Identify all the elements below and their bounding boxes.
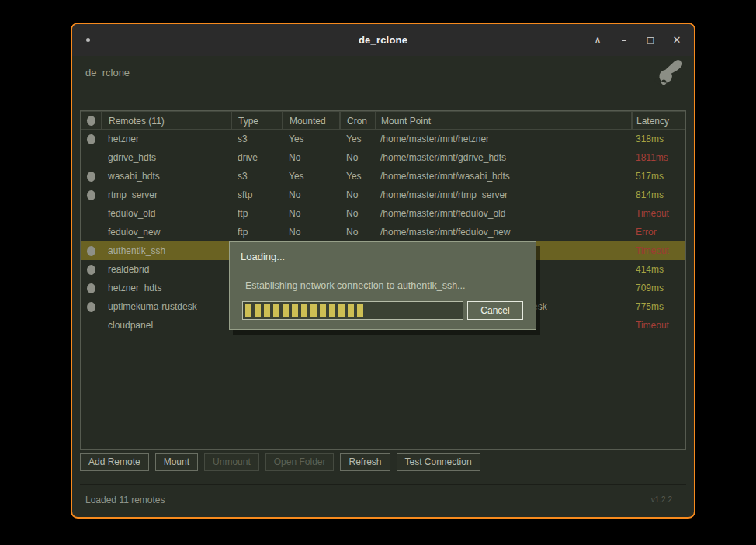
statusbar-divider [80,484,686,485]
type-cell: sftp [231,186,283,204]
progress-segment [338,304,345,317]
remote-name-cell: gdrive_hdts [102,148,231,167]
status-cell [81,148,102,167]
unmount-button[interactable]: Unmount [204,453,259,471]
mount-point-cell: /home/master/mnt/wasabi_hdts [376,167,632,186]
table-row[interactable]: wasabi_hdts s3 Yes Yes /home/master/mnt/… [81,167,685,186]
table-row[interactable]: gdrive_hdts drive No No /home/master/mnt… [81,148,685,167]
table-row[interactable]: rtmp_server sftp No No /home/master/mnt/… [81,186,685,204]
table-row[interactable]: hetzner s3 Yes Yes /home/master/mnt/hetz… [81,130,685,148]
status-dot-icon [87,246,95,256]
status-dot-icon [87,302,95,312]
mount-point-cell: /home/master/mnt/gdrive_hdts [376,148,632,167]
status-cell [81,204,102,223]
mount-point-cell: /home/master/mnt/fedulov_old [376,204,632,223]
remote-name-cell: hetzner_hdts [102,279,231,297]
remote-name-cell: fedulov_new [102,223,231,241]
maximize-button[interactable]: ◻ [643,34,658,46]
status-dot-icon [87,265,95,275]
latency-cell: Error [632,223,685,241]
progress-segment [357,304,363,317]
loading-dialog: Loading... Establishing network connecti… [229,241,536,330]
mount-point-cell: /home/master/mnt/rtmp_server [376,186,632,204]
remote-name-cell: authentik_ssh [102,241,231,260]
titlebar: de_rclone ∧–◻✕ [72,24,694,56]
progress-segment [348,304,354,317]
column-header-latency[interactable]: Latency [632,111,685,130]
column-header-mount-point[interactable]: Mount Point [376,111,632,130]
cancel-button[interactable]: Cancel [467,301,523,320]
app-header-label: de_rclone [85,67,130,78]
wrench-icon [654,58,685,88]
status-cell [81,260,102,279]
column-header-status[interactable] [81,111,102,130]
progress-segment [273,304,279,317]
remote-name-cell: hetzner [102,130,231,148]
latency-cell: Timeout [632,316,685,335]
add-remote-button[interactable]: Add Remote [80,453,149,471]
latency-cell: 318ms [632,130,685,148]
column-header-type[interactable]: Type [231,111,283,130]
latency-cell: 414ms [632,260,685,279]
window-title: de_rclone [359,34,407,46]
mount-point-cell: /home/master/mnt/hetzner [376,130,632,148]
status-cell [81,297,102,316]
type-cell: s3 [231,130,283,148]
progress-segment [292,304,298,317]
window-controls: ∧–◻✕ [590,24,685,56]
status-cell [81,316,102,335]
latency-cell: 709ms [632,279,685,297]
version-text: v1.2.2 [651,495,672,504]
column-header-remotes[interactable]: Remotes (11) [102,111,231,130]
status-cell [81,279,102,297]
mounted-cell: No [283,204,340,223]
progress-bar [242,301,463,320]
progress-segment [245,304,251,317]
test-connection-button[interactable]: Test Connection [397,453,480,471]
status-dot-icon [87,172,95,182]
dialog-message: Establishing network connection to authe… [245,280,466,291]
mount-point-cell: /home/master/mnt/fedulov_new [376,223,632,241]
app-window: de_rclone ∧–◻✕ de_rclone Remotes (11) Ty… [71,23,695,519]
latency-cell: 517ms [632,167,685,186]
status-dot-icon [87,283,95,293]
status-dot-icon [87,190,95,200]
progress-segment [320,304,326,317]
dialog-title: Loading... [241,251,285,262]
mounted-cell: Yes [283,130,340,148]
status-cell [81,186,102,204]
open-folder-button[interactable]: Open Folder [265,453,335,471]
progress-segment [301,304,307,317]
mounted-cell: No [283,148,340,167]
column-header-mounted[interactable]: Mounted [283,111,340,130]
mounted-cell: Yes [283,167,340,186]
close-button[interactable]: ✕ [669,34,685,46]
latency-cell: 1811ms [632,148,685,167]
minimize-button[interactable]: – [616,34,632,46]
status-cell [81,241,102,260]
latency-cell: Timeout [632,241,685,260]
mount-button[interactable]: Mount [155,453,198,471]
table-row[interactable]: fedulov_new ftp No No /home/master/mnt/f… [81,223,685,241]
latency-cell: 775ms [632,297,685,316]
table-header-row: Remotes (11) Type Mounted Cron Mount Poi… [81,111,685,130]
cron-cell: No [340,223,376,241]
type-cell: drive [231,148,283,167]
progress-segment [310,304,317,317]
refresh-button[interactable]: Refresh [340,453,390,471]
column-header-cron[interactable]: Cron [340,111,376,130]
cron-cell: No [340,148,376,167]
status-cell [81,223,102,241]
table-row[interactable]: fedulov_old ftp No No /home/master/mnt/f… [81,204,685,223]
progress-segment [283,304,289,317]
mounted-cell: No [283,186,340,204]
shade-button[interactable]: ∧ [590,34,605,46]
remote-name-cell: uptimekuma-rustdesk [102,297,231,316]
window-dot-icon [86,38,90,42]
cron-cell: No [340,186,376,204]
cron-cell: No [340,204,376,223]
remote-name-cell: realdebrid [102,260,231,279]
type-cell: ftp [231,204,283,223]
remote-name-cell: rtmp_server [102,186,231,204]
status-text: Loaded 11 remotes [85,495,165,505]
